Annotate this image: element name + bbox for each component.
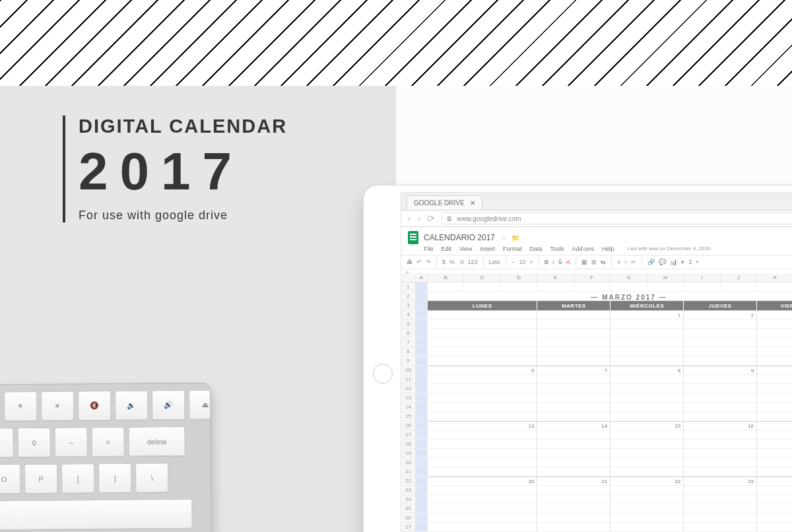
- cell[interactable]: [416, 329, 428, 338]
- calendar-cell[interactable]: [684, 375, 757, 384]
- calendar-cell[interactable]: 20: [428, 477, 537, 486]
- calendar-cell[interactable]: [537, 403, 610, 412]
- calendar-cell[interactable]: [684, 403, 757, 412]
- star-icon[interactable]: ☆: [500, 234, 506, 242]
- calendar-cell[interactable]: [428, 514, 537, 523]
- back-button[interactable]: ‹: [408, 213, 411, 224]
- cell[interactable]: [501, 283, 537, 292]
- fontsize-dec[interactable]: −: [512, 259, 515, 265]
- calendar-cell[interactable]: [757, 403, 792, 412]
- spreadsheet-grid[interactable]: ABCDEFGHIJKL12— MARZO 2017 —3LUNESMARTES…: [401, 273, 792, 532]
- row-header[interactable]: 24: [401, 495, 416, 504]
- calendar-cell[interactable]: [684, 347, 757, 356]
- calendar-cell[interactable]: 2: [684, 310, 757, 319]
- row-header[interactable]: 7: [401, 338, 416, 347]
- menu-item-format[interactable]: Format: [503, 246, 522, 252]
- calendar-cell[interactable]: [428, 504, 537, 514]
- menu-item-edit[interactable]: Edit: [442, 246, 452, 252]
- row-header[interactable]: 25: [401, 504, 416, 514]
- calendar-cell[interactable]: [537, 329, 610, 338]
- calendar-cell[interactable]: [684, 504, 757, 514]
- calendar-cell[interactable]: [428, 430, 537, 440]
- calendar-cell[interactable]: [610, 412, 684, 421]
- cell[interactable]: [416, 347, 428, 356]
- calendar-cell[interactable]: [757, 504, 792, 514]
- halign-icon[interactable]: ≡: [617, 259, 620, 265]
- cell[interactable]: [428, 283, 464, 292]
- cell[interactable]: [416, 403, 428, 412]
- close-icon[interactable]: ✕: [470, 199, 475, 207]
- menu-item-add-ons[interactable]: Add-ons: [572, 246, 594, 252]
- undo-icon[interactable]: ↶: [416, 259, 422, 265]
- row-header[interactable]: 20: [401, 458, 416, 467]
- calendar-cell[interactable]: [610, 430, 684, 440]
- calendar-cell[interactable]: 9: [684, 366, 757, 375]
- row-header[interactable]: 8: [401, 347, 416, 356]
- calendar-cell[interactable]: 16: [684, 421, 757, 430]
- calendar-cell[interactable]: [757, 514, 792, 523]
- print-icon[interactable]: 🖶: [407, 259, 412, 265]
- menu-item-tools[interactable]: Tools: [550, 246, 564, 252]
- calendar-cell[interactable]: [537, 467, 610, 477]
- calendar-cell[interactable]: 13: [428, 421, 537, 430]
- reload-button[interactable]: ⟳: [427, 213, 435, 224]
- col-header[interactable]: G: [610, 273, 647, 283]
- calendar-cell[interactable]: [757, 412, 792, 421]
- calendar-cell[interactable]: [757, 467, 792, 477]
- calendar-cell[interactable]: [537, 310, 610, 319]
- chart-icon[interactable]: 📊: [670, 259, 677, 265]
- calendar-cell[interactable]: [428, 310, 537, 319]
- calendar-cell[interactable]: [684, 412, 757, 421]
- calendar-cell[interactable]: 6: [428, 366, 537, 375]
- cell[interactable]: [416, 495, 428, 504]
- menu-item-help[interactable]: Help: [602, 246, 614, 252]
- calendar-cell[interactable]: [684, 458, 757, 467]
- cell[interactable]: [416, 486, 428, 495]
- row-header[interactable]: 26: [401, 514, 416, 523]
- calendar-cell[interactable]: [428, 495, 537, 504]
- doc-title[interactable]: CALENDARIO 2017: [424, 233, 495, 242]
- textcolor-icon[interactable]: A: [566, 259, 570, 265]
- cell[interactable]: [416, 412, 428, 421]
- col-header[interactable]: E: [537, 273, 574, 283]
- calendar-cell[interactable]: 17: [757, 421, 792, 430]
- cell[interactable]: [416, 292, 428, 301]
- calendar-cell[interactable]: [610, 356, 684, 366]
- calendar-cell[interactable]: [428, 375, 537, 384]
- calendar-cell[interactable]: [757, 430, 792, 440]
- row-header[interactable]: 15: [401, 412, 416, 421]
- cell[interactable]: [416, 430, 428, 440]
- calendar-cell[interactable]: [757, 319, 792, 329]
- calendar-cell[interactable]: [537, 504, 610, 514]
- row-header[interactable]: 1: [401, 283, 416, 292]
- calendar-cell[interactable]: [684, 440, 757, 449]
- calendar-cell[interactable]: [684, 449, 757, 458]
- col-header[interactable]: H: [647, 273, 684, 283]
- calendar-cell[interactable]: 23: [684, 477, 757, 486]
- calendar-cell[interactable]: [610, 338, 684, 347]
- calendar-cell[interactable]: [610, 495, 684, 504]
- calendar-cell[interactable]: [537, 338, 610, 347]
- col-header[interactable]: J: [721, 273, 757, 283]
- row-header[interactable]: 14: [401, 403, 416, 412]
- decimal-icon[interactable]: .0: [459, 259, 464, 265]
- calendar-cell[interactable]: 24: [757, 477, 792, 486]
- italic-icon[interactable]: I: [552, 259, 554, 265]
- row-header[interactable]: 12: [401, 384, 416, 393]
- calendar-cell[interactable]: [537, 440, 610, 449]
- calendar-cell[interactable]: [428, 329, 537, 338]
- calendar-cell[interactable]: [428, 440, 537, 449]
- row-header[interactable]: 21: [401, 467, 416, 477]
- calendar-cell[interactable]: [757, 486, 792, 495]
- calendar-cell[interactable]: [537, 412, 610, 421]
- ipad-home-button[interactable]: [373, 364, 393, 383]
- calendar-cell[interactable]: [757, 458, 792, 467]
- cell[interactable]: [721, 283, 757, 292]
- row-header[interactable]: 17: [401, 430, 416, 440]
- cell[interactable]: [416, 458, 428, 467]
- calendar-cell[interactable]: [610, 375, 684, 384]
- calendar-cell[interactable]: [610, 504, 684, 514]
- calendar-cell[interactable]: [684, 430, 757, 440]
- cell[interactable]: [416, 283, 428, 292]
- calendar-cell[interactable]: [757, 393, 792, 403]
